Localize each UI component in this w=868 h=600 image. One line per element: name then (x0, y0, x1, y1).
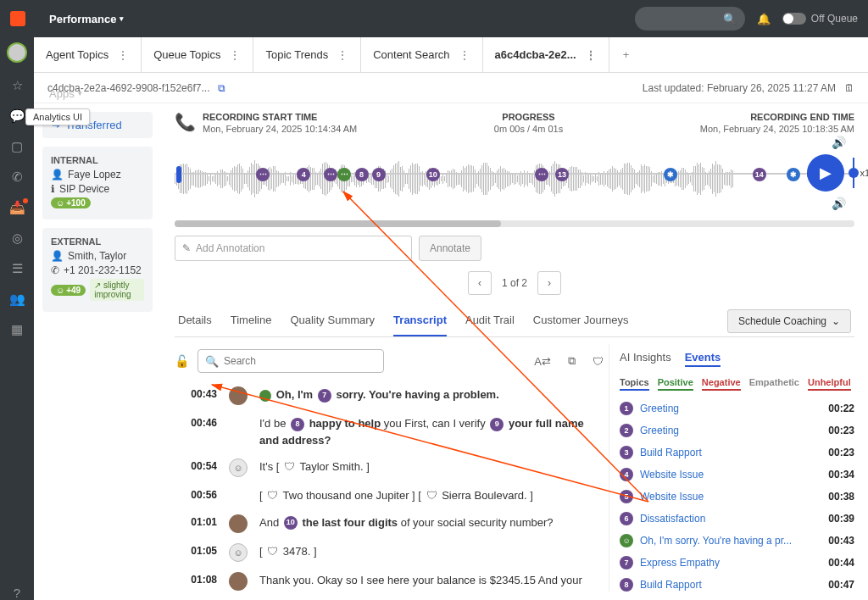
speed-slider[interactable]: x1 (853, 158, 868, 188)
next-page-button[interactable]: › (537, 271, 561, 295)
tab-events[interactable]: Events (685, 351, 721, 367)
waveform-marker[interactable]: ✱ (787, 168, 800, 181)
global-search[interactable]: 🔍 (635, 7, 745, 31)
nav-performance[interactable]: Performance ▾ (39, 0, 166, 37)
workspace-tab[interactable]: Content Search⋮ (361, 37, 482, 72)
detail-tab-details[interactable]: Details (178, 305, 212, 336)
brand-logo[interactable] (10, 11, 25, 26)
event-row[interactable]: 6Dissatisfaction00:39 (620, 508, 854, 530)
event-row[interactable]: 2Greeting00:23 (620, 419, 854, 442)
event-label[interactable]: Dissatisfaction (640, 513, 821, 525)
prev-page-button[interactable]: ‹ (468, 271, 492, 295)
event-label[interactable]: Greeting (640, 403, 821, 414)
event-row[interactable]: 5Website Issue00:38 (620, 486, 854, 508)
schedule-coaching-button[interactable]: Schedule Coaching⌄ (727, 309, 851, 333)
workspace-tab[interactable]: Topic Trends⋮ (253, 37, 361, 72)
queue-toggle[interactable]: Off Queue (782, 13, 858, 25)
event-row[interactable]: 3Build Rapport00:23 (620, 442, 854, 464)
lifesaver-icon[interactable]: ◎ (12, 231, 23, 246)
apps-icon[interactable]: ▦ (11, 322, 23, 337)
user-avatar-icon[interactable] (7, 42, 27, 63)
external-party-card: EXTERNAL 👤Smith, Taylor ✆+1 201-232-1152… (42, 228, 153, 312)
notifications-icon[interactable]: 🔔 (757, 13, 771, 25)
transcript-timestamp: 01:05 (175, 543, 217, 557)
event-label[interactable]: Website Issue (640, 491, 821, 503)
transcript-row[interactable]: 01:01And 10 the last four digits of your… (175, 509, 604, 538)
transcript-row[interactable]: 00:54☺It's [ 🛡 Taylor Smith. ] (175, 453, 604, 482)
detail-tab-timeline[interactable]: Timeline (231, 305, 272, 336)
speaker-bottom-icon[interactable]: 🔊 (832, 197, 846, 210)
list-icon[interactable]: ☰ (12, 261, 23, 276)
tab-menu-icon[interactable]: ⋮ (459, 48, 470, 62)
tab-menu-icon[interactable]: ⋮ (229, 48, 241, 62)
chip-negative[interactable]: Negative (702, 377, 741, 391)
lock-icon[interactable]: 🔓 (175, 354, 189, 368)
transcript-row[interactable]: 00:43 Oh, I'm 7 sorry. You're having a p… (175, 381, 604, 410)
event-row[interactable]: 4Website Issue00:34 (620, 464, 854, 486)
event-time: 00:22 (828, 403, 854, 414)
chip-empathetic[interactable]: Empathetic (749, 377, 799, 391)
workspace-tab[interactable]: Queue Topics⋮ (142, 37, 253, 72)
add-tab-button[interactable]: + (609, 37, 643, 72)
waveform-marker[interactable]: 14 (753, 168, 766, 181)
scrub-bar[interactable] (175, 220, 854, 227)
chip-positive[interactable]: Positive (658, 377, 693, 391)
workspace-tab[interactable]: Agent Topics⋮ (34, 37, 142, 72)
people-icon[interactable]: 👥 (9, 292, 25, 307)
chip-topics[interactable]: Topics (620, 377, 649, 391)
event-label[interactable]: Build Rapport (640, 579, 821, 591)
tab-menu-icon[interactable]: ⋮ (337, 48, 348, 62)
detail-tab-transcript[interactable]: Transcript (393, 305, 447, 336)
waveform-marker[interactable]: 10 (426, 168, 440, 181)
event-label[interactable]: Express Empathy (640, 557, 821, 569)
transcript-row[interactable]: 00:56[ 🛡 Two thousand one Jupiter ] [ 🛡 … (175, 482, 604, 509)
tab-menu-icon[interactable]: ⋮ (117, 48, 129, 62)
waveform-area[interactable]: ⋯4⋯⋯8910⋯13✱14✱15 (175, 149, 854, 208)
inbox-icon[interactable]: 📥 (9, 200, 25, 215)
chat-icon[interactable]: 💬 (9, 108, 25, 124)
detail-tab-audit-trail[interactable]: Audit Trail (465, 305, 515, 336)
annotation-input[interactable]: ✎ Add Annotation (175, 236, 412, 261)
play-button[interactable]: ▶ (807, 154, 844, 192)
event-row[interactable]: 7Express Empathy00:44 (620, 552, 854, 574)
speaker-top-icon[interactable]: 🔊 (832, 136, 846, 149)
waveform-marker[interactable]: 9 (372, 168, 386, 181)
event-time: 00:47 (828, 579, 854, 591)
detail-tab-customer-journeys[interactable]: Customer Journeys (533, 305, 629, 336)
tab-ai-insights[interactable]: AI Insights (620, 351, 671, 367)
video-icon[interactable]: ▢ (11, 139, 23, 154)
annotate-button[interactable]: Annotate (419, 236, 481, 261)
star-icon[interactable]: ☆ (12, 78, 23, 93)
workspace-tab[interactable]: a6c4dcba-2e2...⋮ (483, 37, 609, 72)
playhead-handle[interactable] (176, 166, 181, 183)
workspace-tabs: Agent Topics⋮Queue Topics⋮Topic Trends⋮C… (34, 37, 868, 73)
customer-avatar-icon: ☺ (229, 543, 248, 562)
event-label[interactable]: Website Issue (640, 469, 821, 481)
transcript-search[interactable]: 🔍 (198, 349, 384, 373)
waveform-marker[interactable]: ⋯ (535, 168, 548, 181)
phone-icon[interactable]: ✆ (12, 169, 23, 185)
transcript-row[interactable]: 01:08Thank you. Okay so I see here your … (175, 567, 604, 592)
copy-icon[interactable]: ⧉ (218, 82, 225, 94)
event-label[interactable]: Greeting (640, 425, 821, 436)
calendar-icon[interactable]: 🗓 (844, 82, 854, 94)
transcript-row[interactable]: 01:05☺[ 🛡 3478. ] (175, 538, 604, 567)
event-label[interactable]: Oh, I'm sorry. You're having a pr... (640, 535, 821, 547)
waveform-marker[interactable]: 8 (355, 168, 369, 181)
transcript-timestamp: 00:46 (175, 415, 217, 429)
transcript-row[interactable]: 00:46I'd be 8 happy to help you First, c… (175, 410, 604, 453)
tab-menu-icon[interactable]: ⋮ (585, 48, 597, 62)
chip-unhelpful[interactable]: Unhelpful (808, 377, 851, 391)
help-icon[interactable]: ? (14, 586, 20, 600)
event-row[interactable]: 8Build Rapport00:47 (620, 574, 854, 592)
translate-icon[interactable]: A⇄ (534, 355, 551, 368)
waveform-marker[interactable]: 13 (555, 168, 569, 181)
detail-tab-quality-summary[interactable]: Quality Summary (290, 305, 375, 336)
transcript-timestamp: 01:01 (175, 514, 217, 528)
event-row[interactable]: 1Greeting00:22 (620, 397, 854, 419)
transcript-timestamp: 01:08 (175, 572, 217, 586)
event-label[interactable]: Build Rapport (640, 447, 821, 458)
event-row[interactable]: ☺Oh, I'm sorry. You're having a pr...00:… (620, 530, 854, 552)
copy-transcript-icon[interactable]: ⧉ (568, 354, 576, 368)
shield-icon[interactable]: 🛡 (593, 355, 604, 368)
